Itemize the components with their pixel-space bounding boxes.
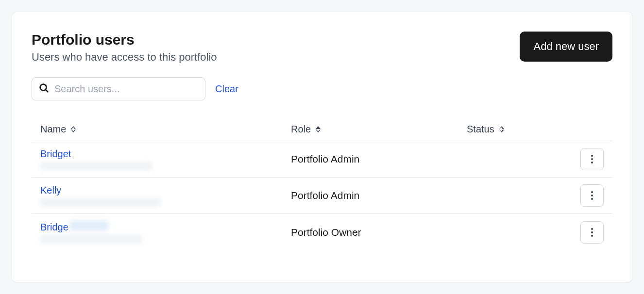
sort-icon [71, 126, 76, 132]
user-name-link[interactable]: Bridge [40, 221, 291, 233]
more-vertical-icon [591, 191, 593, 200]
page-title: Portfolio users [32, 32, 217, 48]
user-name-link[interactable]: Bridget [40, 148, 291, 160]
page-subtitle: Users who have access to this portfolio [32, 51, 217, 64]
column-header-role[interactable]: Role [291, 124, 467, 135]
user-role: Portfolio Admin [291, 153, 359, 164]
user-role: Portfolio Owner [291, 227, 361, 238]
table-row: Bridget Portfolio Admin [32, 141, 612, 178]
user-email-redacted [40, 235, 142, 244]
users-table: Name Role Status [32, 118, 612, 250]
add-new-user-button[interactable]: Add new user [520, 32, 612, 62]
search-icon [38, 82, 49, 95]
header-text: Portfolio users Users who have access to… [32, 32, 217, 64]
header-row: Portfolio users Users who have access to… [32, 32, 612, 64]
svg-line-1 [46, 90, 48, 92]
user-email-redacted [40, 198, 161, 207]
row-actions-button[interactable] [580, 221, 604, 244]
search-wrapper [32, 77, 205, 100]
sort-icon-active-asc [316, 126, 321, 132]
table-row: Kelly Portfolio Admin [32, 178, 612, 214]
search-row: Clear [32, 77, 612, 100]
portfolio-users-card: Portfolio users Users who have access to… [12, 12, 632, 282]
user-name-link[interactable]: Kelly [40, 185, 291, 196]
search-input[interactable] [32, 77, 205, 100]
column-header-status-label: Status [467, 124, 494, 135]
column-header-name-label: Name [40, 124, 66, 135]
column-header-role-label: Role [291, 124, 311, 135]
table-row: Bridge Portfolio Owner [32, 214, 612, 250]
more-vertical-icon [591, 228, 593, 237]
user-role: Portfolio Admin [291, 190, 359, 201]
row-actions-button[interactable] [580, 184, 604, 207]
column-header-status[interactable]: Status [467, 124, 575, 135]
user-name-redacted [69, 221, 108, 230]
more-vertical-icon [591, 155, 593, 163]
column-header-name[interactable]: Name [40, 124, 291, 135]
table-header-row: Name Role Status [32, 118, 612, 141]
clear-search-link[interactable]: Clear [215, 83, 238, 95]
sort-icon [499, 126, 504, 132]
user-email-redacted [40, 162, 152, 170]
row-actions-button[interactable] [580, 148, 604, 170]
